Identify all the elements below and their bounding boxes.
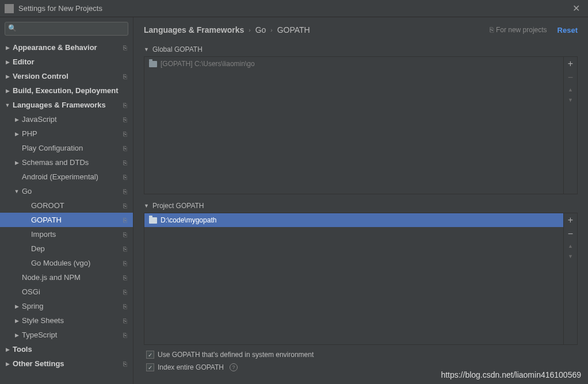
app-icon bbox=[5, 4, 14, 13]
index-entire-label: Index entire GOPATH bbox=[158, 363, 224, 371]
move-down-icon[interactable]: ▼ bbox=[568, 254, 573, 259]
add-icon[interactable]: + bbox=[568, 59, 573, 68]
tree-item-go[interactable]: ▼Go⎘ bbox=[0, 184, 133, 198]
copy-icon: ⎘ bbox=[123, 159, 131, 166]
tree-item-schemas-and-dtds[interactable]: ▶Schemas and DTDs⎘ bbox=[0, 155, 133, 170]
project-gopath-header[interactable]: ▼ Project GOPATH bbox=[144, 199, 578, 213]
tree-item-typescript[interactable]: ▶TypeScript⎘ bbox=[0, 328, 133, 342]
copy-icon: ⎘ bbox=[123, 145, 131, 152]
copy-icon: ⎘ bbox=[123, 231, 131, 238]
list-item[interactable]: D:\code\mygopath bbox=[144, 213, 563, 227]
tree-item-php[interactable]: ▶PHP⎘ bbox=[0, 126, 133, 141]
tree-label: Style Sheets bbox=[22, 316, 64, 325]
move-up-icon[interactable]: ▲ bbox=[568, 87, 573, 93]
tree-item-version-control[interactable]: ▶Version Control⎘ bbox=[0, 69, 133, 83]
tree-item-android-experimental-[interactable]: Android (Experimental)⎘ bbox=[0, 170, 133, 184]
chevron-right-icon: ▶ bbox=[14, 318, 20, 324]
tree-item-go-modules-vgo-[interactable]: Go Modules (vgo)⎘ bbox=[0, 256, 133, 270]
global-list-toolbar: + − ▲ ▼ bbox=[563, 57, 577, 194]
copy-icon: ⎘ bbox=[123, 317, 131, 324]
tree-item-dep[interactable]: Dep⎘ bbox=[0, 241, 133, 256]
chevron-right-icon: ▶ bbox=[5, 347, 10, 352]
use-system-gopath-checkbox[interactable]: ✓ Use GOPATH that's defined in system en… bbox=[144, 348, 578, 361]
remove-icon[interactable]: − bbox=[568, 73, 573, 82]
tree-label: PHP bbox=[22, 129, 37, 138]
use-system-label: Use GOPATH that's defined in system envi… bbox=[158, 351, 314, 359]
content-panel: Languages & Frameworks › Go › GOPATH ⎘ F… bbox=[133, 17, 588, 384]
global-gopath-title: Global GOPATH bbox=[152, 45, 203, 53]
move-up-icon[interactable]: ▲ bbox=[568, 243, 573, 249]
tree-item-tools[interactable]: ▶Tools bbox=[0, 342, 133, 356]
tree-label: Android (Experimental) bbox=[22, 172, 98, 181]
tree-label: Dep bbox=[31, 244, 45, 253]
tree-label: Editor bbox=[13, 57, 35, 66]
tree-item-build-execution-deployment[interactable]: ▶Build, Execution, Deployment bbox=[0, 83, 133, 98]
breadcrumb: Languages & Frameworks › Go › GOPATH bbox=[144, 25, 310, 34]
list-item-label: [GOPATH] C:\Users\liaomin\go bbox=[161, 60, 255, 68]
tree-item-languages-frameworks[interactable]: ▼Languages & Frameworks⎘ bbox=[0, 98, 133, 112]
chevron-right-icon: › bbox=[270, 27, 272, 33]
copy-icon: ⎘ bbox=[123, 245, 131, 252]
checkbox-icon: ✓ bbox=[146, 351, 154, 359]
close-icon[interactable]: ✕ bbox=[569, 2, 583, 15]
tree-label: Build, Execution, Deployment bbox=[13, 86, 118, 95]
tree-item-editor[interactable]: ▶Editor bbox=[0, 55, 133, 69]
tree-label: Go Modules (vgo) bbox=[31, 259, 90, 267]
tree-label: JavaScript bbox=[22, 115, 57, 124]
tree-item-osgi[interactable]: OSGi⎘ bbox=[0, 285, 133, 299]
help-icon[interactable]: ? bbox=[230, 363, 238, 371]
titlebar: Settings for New Projects ✕ bbox=[0, 0, 588, 17]
copy-icon: ⎘ bbox=[123, 303, 131, 310]
tree-item-imports[interactable]: Imports⎘ bbox=[0, 227, 133, 241]
chevron-down-icon: ▼ bbox=[5, 102, 10, 108]
global-gopath-header[interactable]: ▼ Global GOPATH bbox=[144, 43, 578, 56]
search-input[interactable] bbox=[5, 22, 128, 36]
copy-icon: ⎘ bbox=[123, 332, 131, 339]
settings-tree: ▶Appearance & Behavior⎘▶Editor▶Version C… bbox=[0, 40, 133, 384]
chevron-right-icon: ▶ bbox=[14, 304, 20, 309]
tree-label: Play Configuration bbox=[22, 144, 83, 152]
tree-item-appearance-behavior[interactable]: ▶Appearance & Behavior⎘ bbox=[0, 40, 133, 55]
remove-icon[interactable]: − bbox=[568, 229, 573, 239]
tree-item-play-configuration[interactable]: Play Configuration⎘ bbox=[0, 141, 133, 155]
copy-icon: ⎘ bbox=[123, 274, 131, 281]
tree-item-other-settings[interactable]: ▶Other Settings⎘ bbox=[0, 356, 133, 371]
chevron-right-icon: ▶ bbox=[14, 332, 20, 338]
tree-label: GOPATH bbox=[31, 216, 62, 224]
chevron-right-icon: ▶ bbox=[5, 88, 10, 94]
tree-label: Tools bbox=[13, 345, 32, 354]
tree-item-gopath[interactable]: GOPATH⎘ bbox=[0, 213, 133, 227]
copy-icon: ⎘ bbox=[123, 260, 131, 267]
copy-icon: ⎘ bbox=[123, 202, 131, 209]
tree-item-goroot[interactable]: GOROOT⎘ bbox=[0, 198, 133, 213]
project-gopath-list: D:\code\mygopath + − ▲ ▼ bbox=[144, 213, 578, 345]
watermark: https://blog.csdn.net/liaomin416100569 bbox=[441, 370, 581, 379]
tree-label: Node.js and NPM bbox=[22, 273, 81, 282]
copy-icon: ⎘ bbox=[123, 102, 131, 109]
copy-icon: ⎘ bbox=[123, 130, 131, 137]
move-down-icon[interactable]: ▼ bbox=[568, 97, 573, 103]
chevron-right-icon: ▶ bbox=[5, 59, 10, 65]
add-icon[interactable]: + bbox=[568, 216, 573, 225]
tree-item-spring[interactable]: ▶Spring⎘ bbox=[0, 299, 133, 313]
tree-label: Go bbox=[22, 187, 32, 195]
tree-label: Imports bbox=[31, 230, 56, 239]
tree-label: OSGi bbox=[22, 287, 40, 296]
for-new-projects-label: ⎘ For new projects bbox=[490, 26, 547, 34]
chevron-right-icon: ▶ bbox=[14, 160, 20, 166]
tree-item-javascript[interactable]: ▶JavaScript⎘ bbox=[0, 112, 133, 126]
chevron-right-icon: ▶ bbox=[5, 74, 10, 79]
folder-icon bbox=[149, 217, 157, 224]
tree-label: Languages & Frameworks bbox=[13, 101, 106, 109]
project-gopath-title: Project GOPATH bbox=[152, 202, 204, 210]
chevron-right-icon: ▶ bbox=[14, 117, 20, 122]
tree-item-style-sheets[interactable]: ▶Style Sheets⎘ bbox=[0, 313, 133, 328]
tree-item-node-js-and-npm[interactable]: Node.js and NPM⎘ bbox=[0, 270, 133, 285]
copy-icon: ⎘ bbox=[123, 44, 131, 51]
breadcrumb-mid: Go bbox=[255, 25, 266, 34]
breadcrumb-root: Languages & Frameworks bbox=[144, 25, 244, 34]
list-item[interactable]: [GOPATH] C:\Users\liaomin\go bbox=[144, 57, 563, 71]
copy-icon: ⎘ bbox=[123, 289, 131, 295]
tree-label: GOROOT bbox=[31, 201, 64, 210]
reset-link[interactable]: Reset bbox=[558, 26, 578, 34]
